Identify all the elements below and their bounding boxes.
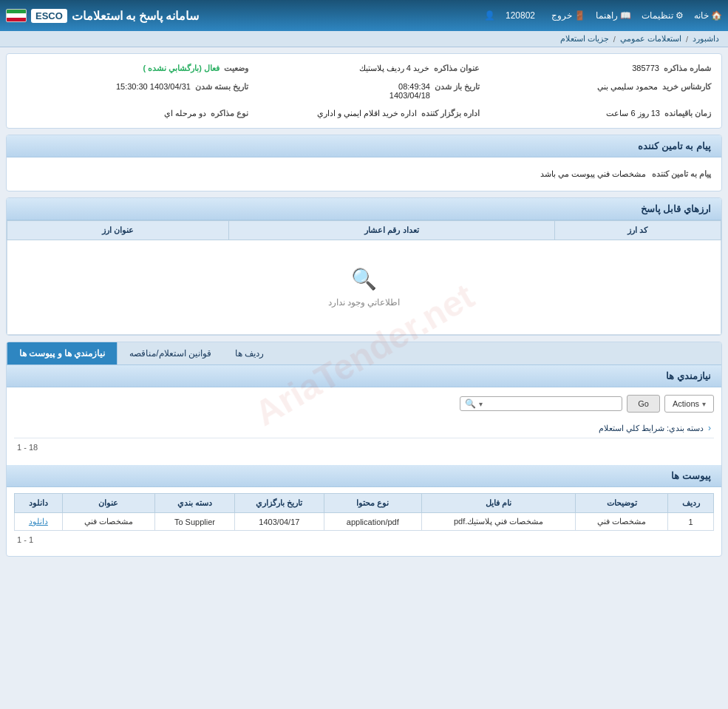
inquiry-info-section: شماره مذاکره 385773 عنوان مذاکره خريد 4 … xyxy=(6,53,722,129)
needs-pagination: 1 - 18 xyxy=(14,438,714,456)
logo-area: سامانه پاسخ به استعلامات ESCO xyxy=(6,9,199,23)
nav-home[interactable]: 🏠 خانه xyxy=(694,10,722,21)
currencies-section: ارزهاي قابل پاسخ كد ارز تعداد رقم اعشار … xyxy=(6,197,722,336)
site-title: سامانه پاسخ به استعلامات xyxy=(72,9,199,23)
col-decimal-count: تعداد رقم اعشار xyxy=(229,221,555,240)
att-col-category: دسته بندي xyxy=(154,494,234,513)
breadcrumb: داشبورد / استعلامات عمومي / جزيات استعلا… xyxy=(0,31,728,47)
att-col-content-type: نوع محتوا xyxy=(324,494,421,513)
nav-exit[interactable]: 🚪 خروج xyxy=(551,10,585,21)
nav-guide[interactable]: 📖 راهنما xyxy=(596,10,631,21)
top-navigation: 🏠 خانه ⚙ تنظیمات 📖 راهنما 🚪 خروج 120802 … xyxy=(0,0,728,31)
needs-search-box[interactable]: ▾ 🔍 xyxy=(460,396,622,411)
inquiry-title-row: عنوان مذاکره خريد 4 رديف پلاستيك xyxy=(248,61,480,75)
breadcrumb-inquiries[interactable]: استعلامات عمومي xyxy=(620,34,681,44)
supplier-msg-title: پيام به تامين كننده xyxy=(7,135,721,157)
user-id: 120802 xyxy=(506,10,535,21)
att-row-number: 1 xyxy=(668,513,714,531)
type-value: دو مرحله اي xyxy=(164,109,206,118)
user-icon: 👤 xyxy=(484,10,495,21)
att-row-date: 1403/04/17 xyxy=(235,513,324,531)
tabs-container: نيازمندي ها و پيوست ها قوانين استعلام/من… xyxy=(6,342,722,557)
currencies-table: كد ارز تعداد رقم اعشار عنوان ارز 🔍 اطلاع… xyxy=(7,220,721,335)
inquiry-number-value: 385773 xyxy=(632,64,659,72)
attachments-area: پيوست ها رديف توضيحات نام فايل نوع محتوا… xyxy=(14,465,714,549)
type-label: نوع مذاکره xyxy=(211,109,248,118)
att-row-category: To Supplier xyxy=(154,513,234,531)
inquiry-number-row: شماره مذاکره 385773 xyxy=(480,61,711,75)
tab-rows[interactable]: رديف ها xyxy=(223,342,276,364)
supplier-msg-value: مشخصات فني پيوست مي باشد xyxy=(540,169,646,179)
empty-message: اطلاعاتي وجود ندارد xyxy=(328,297,401,308)
actions-button[interactable]: ▾ Actions xyxy=(664,395,714,413)
status-row: وضعيت فعال (بارگشابي نشده ) xyxy=(17,61,248,75)
open-date-value: 08:49:34 1403/04/18 xyxy=(389,82,430,100)
table-row: 1 مشخصات فني مشخصات فني پلاستيك.pdf appl… xyxy=(15,513,714,531)
att-col-row: رديف xyxy=(668,494,714,513)
att-col-filename: نام فايل xyxy=(421,494,575,513)
attachments-header: پيوست ها xyxy=(7,465,721,487)
tab-content-area: نيازمندي ها ▾ Actions Go ▾ 🔍 ‹ دسته بندي… xyxy=(7,365,721,556)
category-row[interactable]: ‹ دسته بندي: شرايط کلي استعلام xyxy=(14,418,714,438)
empty-search-icon: 🔍 xyxy=(351,267,377,291)
remaining-time-row: زمان باقيمانده 13 روز 6 ساعت xyxy=(480,106,711,121)
att-col-title: عنوان xyxy=(62,494,154,513)
tab-needs[interactable]: نيازمندي ها و پيوست ها xyxy=(7,342,117,364)
search-icon: 🔍 xyxy=(465,398,476,409)
settings-icon: ⚙ xyxy=(676,10,684,21)
att-col-download: دانلود xyxy=(15,494,63,513)
att-row-content-type: application/pdf xyxy=(324,513,421,531)
close-date-label: تاريخ بسته شدن xyxy=(195,82,248,92)
download-link[interactable]: دانلود xyxy=(29,517,48,526)
needs-sub-header: نيازمندي ها xyxy=(7,365,721,387)
supplier-msg-label: پيام به تامين كننده xyxy=(652,169,711,179)
breadcrumb-dashboard[interactable]: داشبورد xyxy=(693,34,719,44)
breadcrumb-sep1: / xyxy=(686,35,688,44)
att-col-upload-date: تاريخ بارگزاري xyxy=(235,494,324,513)
guide-icon: 📖 xyxy=(620,10,631,21)
organizer-label: اداره بزگزار كننده xyxy=(421,109,480,118)
open-date-label: تاريخ باز شدن xyxy=(435,82,480,92)
go-button[interactable]: Go xyxy=(627,395,660,413)
close-date-row: تاريخ بسته شدن 1403/04/31 15:30:30 xyxy=(17,80,248,102)
nav-settings[interactable]: ⚙ تنظیمات xyxy=(642,10,684,21)
category-chevron-icon: ‹ xyxy=(708,423,711,433)
organizer-value: اداره خريد اقلام ايمني و اداري xyxy=(317,109,417,118)
breadcrumb-details: جزيات استعلام xyxy=(560,34,609,44)
actions-chevron-icon: ▾ xyxy=(702,400,706,408)
att-row-desc: مشخصات فني xyxy=(576,513,668,531)
exit-icon: 🚪 xyxy=(574,10,585,21)
tab-rules[interactable]: قوانين استعلام/مناقصه xyxy=(117,342,223,364)
type-row: نوع مذاکره دو مرحله اي xyxy=(17,106,248,121)
nav-links: 🏠 خانه ⚙ تنظیمات 📖 راهنما 🚪 خروج 120802 … xyxy=(484,10,722,21)
att-pagination: 1 - 1 xyxy=(14,531,714,549)
currencies-empty-state: 🔍 اطلاعاتي وجود ندارد xyxy=(15,245,713,330)
status-value: فعال (بارگشابي نشده ) xyxy=(143,64,220,73)
search-dropdown-icon: ▾ xyxy=(479,400,483,408)
col-currency-title: عنوان ارز xyxy=(7,221,229,240)
breadcrumb-sep2: / xyxy=(613,35,616,44)
organizer-row: اداره بزگزار كننده اداره خريد اقلام ايمن… xyxy=(248,106,480,121)
tabs-header: نيازمندي ها و پيوست ها قوانين استعلام/من… xyxy=(7,342,721,365)
open-date-row: تاريخ باز شدن 08:49:34 1403/04/18 xyxy=(248,80,480,102)
purchase-expert-label: كارشناس خريد xyxy=(662,82,711,92)
inquiry-number-label: شماره مذاکره xyxy=(664,64,711,73)
needs-search-input[interactable] xyxy=(486,399,617,408)
att-col-desc: توضيحات xyxy=(576,494,668,513)
att-row-download[interactable]: دانلود xyxy=(15,513,63,531)
purchase-expert-row: كارشناس خريد محمود سليمي بني xyxy=(480,80,711,102)
currencies-title: ارزهاي قابل پاسخ xyxy=(7,198,721,220)
attachments-table: رديف توضيحات نام فايل نوع محتوا تاريخ با… xyxy=(14,493,714,531)
supplier-msg-row: پيام به تامين كننده مشخصات فني پيوست مي … xyxy=(17,165,711,183)
inquiry-title-label: عنوان مذاکره xyxy=(434,64,480,73)
purchase-expert-value: محمود سليمي بني xyxy=(597,82,658,92)
remaining-time-value: 13 روز 6 ساعت xyxy=(606,109,660,118)
remaining-time-label: زمان باقيمانده xyxy=(664,109,711,118)
att-row-title: مشخصات فني xyxy=(62,513,154,531)
home-icon: 🏠 xyxy=(711,10,722,21)
supplier-msg-section: پيام به تامين كننده پيام به تامين كننده … xyxy=(6,135,722,191)
att-row-filename: مشخصات فني پلاستيك.pdf xyxy=(421,513,575,531)
iran-flag-icon xyxy=(6,9,27,22)
inquiry-title-value: خريد 4 رديف پلاستيك xyxy=(359,64,429,73)
esco-badge: ESCO xyxy=(31,9,67,23)
